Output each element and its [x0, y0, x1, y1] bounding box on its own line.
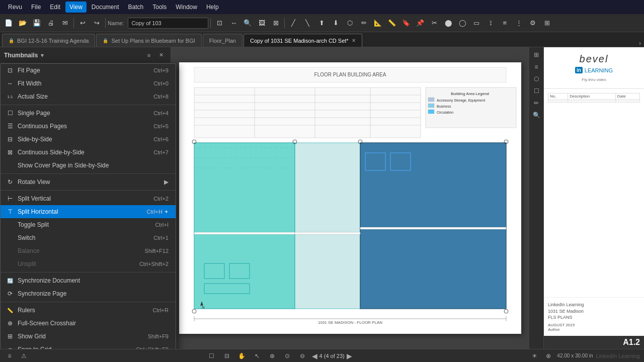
tool-btn9[interactable]: 🔖: [399, 17, 413, 30]
open-btn[interactable]: 📂: [16, 17, 29, 30]
sidebar-tool-1[interactable]: ≡: [143, 50, 154, 61]
menu-fit-page[interactable]: ⊡ Fit Page Ctrl+9: [1, 64, 176, 77]
actual-size-label: Actual Size: [18, 93, 150, 100]
right-icon-2[interactable]: ≡: [531, 61, 542, 72]
page-layout-btn-1[interactable]: ☐: [206, 350, 217, 361]
tab-close-icon[interactable]: ✕: [352, 38, 356, 43]
sun-icon-btn[interactable]: ☀: [529, 350, 540, 361]
split-horizontal-shortcut: Ctrl+H ✦: [146, 209, 169, 215]
view-btn5[interactable]: ⊠: [269, 17, 282, 30]
view-btn4[interactable]: 🖼: [255, 17, 268, 30]
menu-revu[interactable]: Revu: [4, 2, 26, 13]
tool-btn16[interactable]: ≡: [498, 17, 511, 30]
zoom-out-btn[interactable]: ⊖: [297, 350, 308, 361]
menu-crosshair[interactable]: ⊕ Full-Screen Crosshair: [1, 317, 176, 330]
menu-balance[interactable]: Balance Shift+F12: [1, 244, 176, 257]
tool-btn13[interactable]: ◯: [456, 17, 469, 30]
menu-tools[interactable]: Tools: [148, 2, 171, 13]
menu-view[interactable]: View: [65, 2, 87, 13]
redo-btn[interactable]: ↪: [90, 17, 103, 30]
menu-sync-page[interactable]: ⟳ Synchronize Page: [1, 287, 176, 300]
tool-btn2[interactable]: ╲: [301, 17, 314, 30]
sidebar-chevron[interactable]: ▾: [41, 52, 44, 59]
tool-btn8[interactable]: 📏: [385, 17, 398, 30]
view-btn3[interactable]: 🔍: [241, 17, 254, 30]
zoom-reset-btn[interactable]: ⊙: [282, 350, 293, 361]
right-icon-1[interactable]: ⊞: [531, 49, 542, 60]
tool-btn14[interactable]: ▭: [470, 17, 483, 30]
prev-page-btn[interactable]: ◀: [312, 352, 317, 360]
zoom-in-btn[interactable]: ⊕: [267, 350, 278, 361]
menu-switch[interactable]: Switch Ctrl+1: [1, 231, 176, 244]
menu-document[interactable]: Document: [88, 2, 123, 13]
menu-rotate-view[interactable]: ↻ Rotate View ▶: [1, 175, 176, 189]
menu-bar: Revu File Edit View Document Batch Tools…: [0, 0, 644, 14]
name-input[interactable]: [128, 18, 208, 29]
side-by-side-shortcut: Ctrl+6: [153, 136, 169, 142]
next-page-btn[interactable]: ▶: [347, 352, 352, 360]
menu-edit[interactable]: Edit: [46, 2, 64, 13]
tool-btn15[interactable]: ⟟: [484, 17, 497, 30]
svg-text:1031 SE MADISON - FLOOR PLAN: 1031 SE MADISON - FLOOR PLAN: [318, 320, 382, 325]
menu-continuous-pages[interactable]: ☰ Continuous Pages Ctrl+5: [1, 120, 176, 133]
tool-btn7[interactable]: 📐: [371, 17, 384, 30]
sidebar-tool-2[interactable]: ✕: [155, 50, 167, 61]
menu-rulers[interactable]: 📏 Rulers Ctrl+R: [1, 304, 176, 317]
status-btn-2[interactable]: ⚠: [18, 350, 29, 361]
svg-text:FLOOR PLAN BUILDING AREA: FLOOR PLAN BUILDING AREA: [314, 72, 386, 77]
tool-btn12[interactable]: ⬤: [442, 17, 455, 30]
tab-copy-arch[interactable]: Copy of 1031 SE Madison-arch CD Set* ✕: [244, 34, 362, 47]
menu-actual-size[interactable]: 1:1 Actual Size Ctrl+8: [1, 90, 176, 103]
view-btn1[interactable]: ⊡: [213, 17, 226, 30]
tab-floor-plan[interactable]: Floor_Plan: [203, 34, 243, 47]
tab-bgi-training[interactable]: 🔒 BGI 12-5-16 Training Agenda: [2, 34, 95, 47]
doc-area[interactable]: FLOOR PLAN BUILDING AREA Building Area L…: [171, 47, 529, 349]
menu-snap-grid[interactable]: ⌗ Snap to Grid Ctrl+Shift+F9: [1, 343, 176, 349]
tool-btn1[interactable]: ╱: [287, 17, 300, 30]
tab-overflow-chevron[interactable]: ›: [636, 40, 644, 47]
page-layout-btn-2[interactable]: ⊟: [221, 350, 232, 361]
menu-batch[interactable]: Batch: [124, 2, 148, 13]
pan-tool-btn[interactable]: ✋: [236, 350, 248, 361]
tool-btn17[interactable]: ⋮: [512, 17, 525, 30]
menu-side-by-side[interactable]: ⊟ Side-by-Side Ctrl+6: [1, 133, 176, 146]
tool-btn6[interactable]: ✏: [357, 17, 370, 30]
continuous-pages-shortcut: Ctrl+5: [153, 123, 169, 129]
view-btn2[interactable]: ↔: [227, 17, 240, 30]
email-btn[interactable]: ✉: [58, 17, 71, 30]
menu-unsplit[interactable]: Unsplit Ctrl+Shift+2: [1, 257, 176, 270]
tool-btn18[interactable]: ⚙: [526, 17, 539, 30]
print-btn[interactable]: 🖨: [44, 17, 57, 30]
menu-split-horizontal[interactable]: ⊤ Split Horizontal Ctrl+H ✦: [1, 205, 176, 218]
new-btn[interactable]: 📄: [2, 17, 15, 30]
split-vertical-icon: ⊢: [6, 195, 15, 202]
menu-single-page[interactable]: ☐ Single Page Ctrl+4: [1, 107, 176, 120]
menu-show-cover[interactable]: Show Cover Page in Side-by-Side: [1, 159, 176, 172]
tool-btn5[interactable]: ⬡: [343, 17, 356, 30]
status-nav: ◀ 4 (4 of 23) ▶: [312, 352, 352, 360]
menu-window[interactable]: Window: [172, 2, 201, 13]
right-icon-3[interactable]: ⬡: [531, 73, 542, 84]
select-tool-btn[interactable]: ↖: [252, 350, 263, 361]
menu-file[interactable]: File: [27, 2, 45, 13]
status-btn-1[interactable]: ≡: [4, 350, 15, 361]
menu-split-vertical[interactable]: ⊢ Split Vertical Ctrl+2: [1, 192, 176, 205]
right-icon-6[interactable]: 🔍: [531, 110, 542, 121]
right-icon-5[interactable]: ✏: [531, 98, 542, 109]
menu-show-grid[interactable]: ⊞ Show Grid Shift+F9: [1, 330, 176, 343]
menu-help[interactable]: Help: [202, 2, 223, 13]
menu-sync-doc[interactable]: 🔄 Synchronize Document: [1, 274, 176, 287]
menu-continuous-side[interactable]: ⊠ Continuous Side-by-Side Ctrl+7: [1, 146, 176, 159]
tool-btn10[interactable]: 📌: [414, 17, 427, 30]
tool-btn19[interactable]: ⊞: [540, 17, 553, 30]
save-btn[interactable]: 💾: [30, 17, 43, 30]
tool-btn3[interactable]: ⬆: [315, 17, 328, 30]
menu-fit-width[interactable]: ↔ Fit Width Ctrl+0: [1, 77, 176, 90]
tool-btn11[interactable]: ✂: [428, 17, 441, 30]
tool-btn4[interactable]: ⬇: [329, 17, 342, 30]
target-icon-btn[interactable]: ⊕: [543, 350, 554, 361]
undo-btn[interactable]: ↩: [76, 17, 89, 30]
menu-toggle-split[interactable]: Toggle Split Ctrl+I: [1, 218, 176, 231]
right-icon-4[interactable]: ☐: [531, 85, 542, 97]
tab-setup-plans[interactable]: 🔒 Set Up Plans in Bluebeam for BGI: [96, 34, 201, 47]
